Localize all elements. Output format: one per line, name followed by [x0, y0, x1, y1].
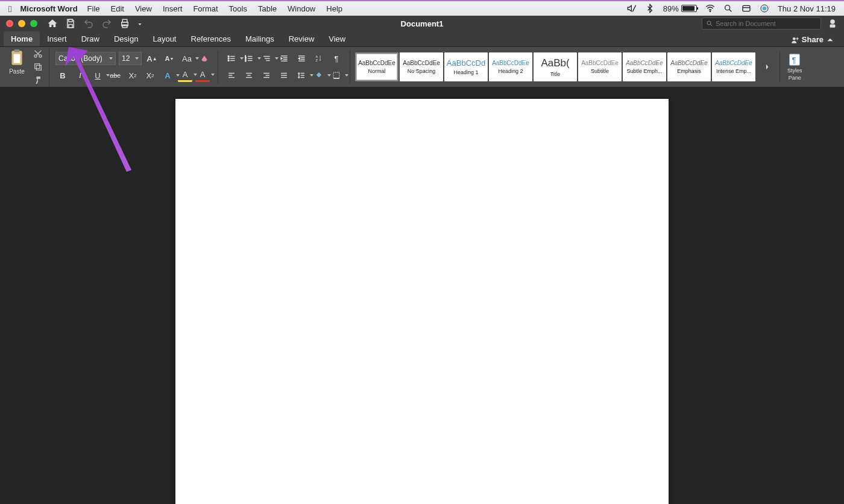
tab-design[interactable]: Design: [107, 31, 145, 46]
align-right-icon[interactable]: [259, 69, 274, 82]
increase-indent-icon[interactable]: [294, 52, 309, 65]
ribbon: Paste Calibri (Body) 12 A▲ A▼ Aa B I U a…: [0, 47, 844, 87]
paste-button[interactable]: Paste: [6, 49, 28, 75]
svg-point-13: [707, 21, 711, 25]
style-heading-1[interactable]: AaBbCcDdHeading 1: [444, 52, 488, 81]
mac-menu-bar:  Microsoft Word File Edit View Insert F…: [0, 0, 844, 16]
decrease-font-icon[interactable]: A▼: [162, 52, 177, 65]
wifi-icon[interactable]: [705, 4, 715, 13]
format-painter-icon[interactable]: [33, 75, 43, 85]
svg-line-0: [632, 5, 635, 12]
highlight-icon[interactable]: A: [178, 69, 192, 82]
share-icon: [791, 36, 799, 44]
subscript-icon[interactable]: X2: [125, 69, 140, 82]
underline-icon[interactable]: U: [90, 69, 105, 82]
apple-icon[interactable]: : [8, 4, 11, 14]
svg-point-7: [763, 7, 767, 11]
style-heading-2[interactable]: AaBbCcDdEeHeading 2: [489, 52, 532, 81]
maximize-button[interactable]: [30, 20, 37, 27]
style-subtle-emph-[interactable]: AaBbCcDdEeSubtle Emph...: [623, 52, 666, 81]
tab-insert[interactable]: Insert: [40, 31, 74, 46]
close-button[interactable]: [6, 20, 13, 27]
superscript-icon[interactable]: X2: [143, 69, 157, 82]
font-name-combo[interactable]: Calibri (Body): [55, 52, 116, 65]
control-center-icon[interactable]: [742, 4, 751, 13]
tab-review[interactable]: Review: [282, 31, 322, 46]
svg-line-3: [729, 10, 732, 12]
print-icon[interactable]: [119, 18, 130, 29]
change-case-icon[interactable]: Aa: [180, 52, 194, 65]
increase-font-icon[interactable]: A▲: [145, 52, 159, 65]
borders-icon[interactable]: [329, 69, 344, 82]
group-font: Calibri (Body) 12 A▲ A▼ Aa B I U abc X2 …: [53, 51, 218, 83]
style-emphasis[interactable]: AaBbCcDdEeEmphasis: [667, 52, 711, 81]
siri-icon[interactable]: [760, 4, 769, 13]
decrease-indent-icon[interactable]: [277, 52, 291, 65]
align-left-icon[interactable]: [224, 69, 239, 82]
minimize-button[interactable]: [18, 20, 25, 27]
tab-home[interactable]: Home: [4, 31, 40, 46]
styles-pane-button[interactable]: ¶ Styles Pane: [785, 53, 805, 81]
menu-format[interactable]: Format: [193, 4, 218, 13]
multilevel-list-icon[interactable]: [259, 52, 274, 65]
text-effects-icon[interactable]: A: [160, 69, 175, 82]
home-icon[interactable]: [47, 18, 58, 29]
font-color-icon[interactable]: A: [195, 69, 210, 82]
search-input[interactable]: [702, 17, 821, 30]
menu-view[interactable]: View: [135, 4, 152, 13]
font-size-combo[interactable]: 12: [119, 52, 142, 65]
cut-icon[interactable]: [33, 49, 43, 58]
share-button[interactable]: Share: [785, 33, 840, 46]
mute-icon[interactable]: [627, 4, 637, 13]
style-subtitle[interactable]: AaBbCcDdEeSubtitle: [578, 52, 622, 81]
clock[interactable]: Thu 2 Nov 11:19: [778, 4, 836, 13]
styles-more-icon[interactable]: [760, 60, 775, 74]
battery-status[interactable]: 89%: [663, 4, 697, 13]
italic-icon[interactable]: I: [73, 69, 87, 82]
svg-line-14: [710, 24, 712, 26]
undo-icon[interactable]: [83, 18, 94, 29]
copy-icon[interactable]: [33, 62, 43, 72]
save-icon[interactable]: [65, 18, 76, 29]
menu-tools[interactable]: Tools: [229, 4, 247, 13]
strikethrough-icon[interactable]: abc: [108, 69, 122, 82]
qat-customize-icon[interactable]: [137, 18, 142, 29]
bluetooth-icon[interactable]: [645, 4, 655, 13]
bold-icon[interactable]: B: [55, 69, 70, 82]
document-page[interactable]: [175, 99, 669, 504]
svg-rect-4: [743, 5, 750, 11]
show-marks-icon[interactable]: ¶: [329, 52, 344, 65]
bullets-icon[interactable]: [224, 52, 239, 65]
style-title[interactable]: AaBb(Title: [534, 52, 577, 81]
menu-edit[interactable]: Edit: [111, 4, 124, 13]
tab-draw[interactable]: Draw: [74, 31, 107, 46]
clear-formatting-icon[interactable]: [197, 52, 212, 65]
menu-window[interactable]: Window: [288, 4, 315, 13]
numbering-icon[interactable]: 123: [242, 52, 256, 65]
style-no-spacing[interactable]: AaBbCcDdEeNo Spacing: [400, 52, 443, 81]
tab-view[interactable]: View: [321, 31, 353, 46]
svg-rect-16: [830, 25, 836, 28]
shading-icon[interactable]: [312, 69, 326, 82]
tab-mailings[interactable]: Mailings: [238, 31, 282, 46]
line-spacing-icon[interactable]: [294, 69, 309, 82]
menu-table[interactable]: Table: [258, 4, 277, 13]
align-center-icon[interactable]: [242, 69, 256, 82]
feedback-icon[interactable]: [827, 18, 838, 29]
app-name[interactable]: Microsoft Word: [20, 4, 77, 13]
justify-icon[interactable]: [277, 69, 291, 82]
tab-layout[interactable]: Layout: [145, 31, 183, 46]
style-normal[interactable]: AaBbCcDdEeNormal: [355, 52, 398, 81]
spotlight-icon[interactable]: [723, 4, 733, 13]
style-intense-emp-[interactable]: AaBbCcDdEeIntense Emp...: [712, 52, 755, 81]
menu-file[interactable]: File: [87, 4, 100, 13]
document-area[interactable]: [0, 87, 844, 504]
window-title-bar: Document1: [0, 16, 844, 31]
redo-icon[interactable]: [101, 18, 112, 29]
sort-icon[interactable]: AZ: [312, 52, 326, 65]
document-title: Document1: [401, 19, 444, 28]
tab-references[interactable]: References: [184, 31, 238, 46]
menu-help[interactable]: Help: [326, 4, 342, 13]
menu-insert[interactable]: Insert: [163, 4, 183, 13]
search-field[interactable]: [716, 20, 817, 27]
